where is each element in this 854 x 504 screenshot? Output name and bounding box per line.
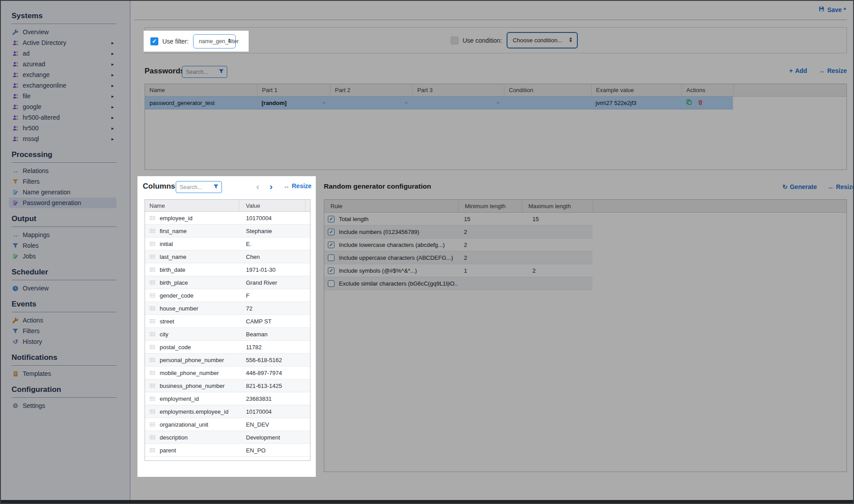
- drag-handle-icon[interactable]: [149, 216, 156, 220]
- sidebar-item-active-directory[interactable]: Active Directory▸: [9, 37, 117, 48]
- unchecked-checkbox[interactable]: [328, 280, 334, 287]
- chevron-right-icon[interactable]: ▸: [111, 83, 114, 88]
- table-row[interactable]: descriptionDevelopment: [145, 431, 310, 444]
- table-row[interactable]: employments.employee_id10170004: [145, 405, 310, 418]
- columns-resize-button[interactable]: ↔Resize: [283, 182, 311, 190]
- chevron-left-icon[interactable]: ‹: [256, 180, 259, 193]
- table-row[interactable]: postal_code11782: [145, 341, 310, 354]
- table-row[interactable]: personal_phone_number556-618-5162: [145, 354, 310, 367]
- use-condition-checkbox[interactable]: [451, 36, 459, 44]
- drag-handle-icon[interactable]: [149, 319, 156, 323]
- drag-handle-icon[interactable]: [149, 254, 156, 259]
- table-row[interactable]: employment_id23683831: [145, 392, 310, 405]
- filter-select[interactable]: name_gen_filter: [193, 34, 236, 48]
- drag-handle-icon[interactable]: [149, 267, 156, 272]
- table-row[interactable]: gender_codeF: [145, 289, 310, 302]
- delete-button[interactable]: [697, 99, 703, 107]
- sidebar-item-relations[interactable]: ↔Relations: [9, 165, 117, 176]
- random-resize-button[interactable]: ↔Resize: [827, 183, 854, 190]
- sidebar-item-google[interactable]: google▸: [9, 101, 117, 112]
- sidebar-item-mappings[interactable]: ↔Mappings: [9, 230, 117, 240]
- sidebar-item-settings[interactable]: ⚙Settings: [9, 400, 117, 411]
- table-row[interactable]: ✓Total length1515: [324, 213, 592, 226]
- sidebar-item-hr500[interactable]: hr500▸: [9, 123, 117, 133]
- table-row[interactable]: password_generator_test[random]jvm\27 52…: [145, 97, 733, 109]
- drag-handle-icon[interactable]: [149, 422, 156, 427]
- drag-handle-icon[interactable]: [149, 293, 156, 298]
- chevron-right-icon[interactable]: ▸: [111, 126, 114, 131]
- use-filter-checkbox[interactable]: ✓: [150, 37, 158, 45]
- table-row[interactable]: last_nameChen: [145, 250, 310, 263]
- chevron-down-icon[interactable]: [404, 101, 409, 105]
- drag-handle-icon[interactable]: [149, 345, 156, 349]
- table-row[interactable]: ✓Include numbers (0123456789)2: [324, 226, 592, 238]
- condition-select[interactable]: Choose condition...: [507, 32, 578, 48]
- table-row[interactable]: employee_id10170004: [145, 212, 310, 225]
- chevron-right-icon[interactable]: ▸: [111, 73, 114, 77]
- chevron-right-icon[interactable]: ▸: [111, 115, 114, 120]
- sidebar-item-file[interactable]: file▸: [9, 91, 117, 101]
- checked-checkbox[interactable]: ✓: [328, 242, 334, 248]
- table-row[interactable]: house_number72: [145, 302, 310, 315]
- drag-handle-icon[interactable]: [149, 435, 156, 439]
- sidebar-item-filters[interactable]: Filters: [9, 326, 117, 336]
- sidebar-item-history[interactable]: ↺History: [9, 336, 117, 347]
- drag-handle-icon[interactable]: [149, 229, 156, 233]
- table-row[interactable]: initialE.: [145, 238, 310, 250]
- checked-checkbox[interactable]: ✓: [328, 267, 334, 274]
- unchecked-checkbox[interactable]: [328, 254, 334, 261]
- table-row[interactable]: birth_date1971-01-30: [145, 263, 310, 276]
- table-row[interactable]: first_nameStephanie: [145, 225, 310, 238]
- drag-handle-icon[interactable]: [149, 371, 156, 375]
- drag-handle-icon[interactable]: [149, 409, 156, 414]
- table-row[interactable]: Exclude similar characters (bG6cC(gq9L1l…: [324, 277, 592, 290]
- sidebar-item-jobs[interactable]: Jobs: [9, 251, 117, 262]
- sidebar-item-templates[interactable]: Templates: [9, 368, 117, 379]
- chevron-down-icon[interactable]: [322, 101, 326, 105]
- table-row[interactable]: parentEN_PO: [145, 444, 310, 457]
- add-button[interactable]: +Add: [789, 67, 807, 74]
- generate-button[interactable]: ↻Generate: [782, 183, 817, 190]
- table-row[interactable]: streetCAMP ST: [145, 315, 310, 328]
- sidebar-item-actions[interactable]: Actions: [9, 315, 117, 326]
- sidebar-item-exchangeonline[interactable]: exchangeonline▸: [9, 80, 117, 91]
- drag-handle-icon[interactable]: [149, 396, 156, 401]
- sidebar-item-password-generation[interactable]: Password generation: [9, 198, 117, 208]
- drag-handle-icon[interactable]: [149, 306, 156, 310]
- sidebar-item-roles[interactable]: Roles: [9, 240, 117, 251]
- sidebar-item-exchange[interactable]: exchange▸: [9, 69, 117, 80]
- drag-handle-icon[interactable]: [149, 332, 156, 336]
- sidebar-item-name-generation[interactable]: Name generation: [9, 187, 117, 198]
- table-row[interactable]: organizational_unitEN_DEV: [145, 418, 310, 431]
- table-row[interactable]: mobile_phone_number446-897-7974: [145, 367, 310, 379]
- copy-button[interactable]: [686, 99, 692, 107]
- sidebar-item-mssql[interactable]: mssql▸: [9, 133, 117, 144]
- table-row[interactable]: business_phone_number821-613-1425: [145, 379, 310, 392]
- chevron-right-icon[interactable]: ›: [270, 180, 273, 193]
- chevron-right-icon[interactable]: ▸: [111, 40, 114, 45]
- chevron-right-icon[interactable]: ▸: [111, 105, 114, 109]
- resize-button[interactable]: ↔Resize: [819, 67, 847, 74]
- table-row[interactable]: ✓Include lowercase characters (abcdefg..…: [324, 238, 592, 251]
- chevron-right-icon[interactable]: ▸: [111, 62, 114, 67]
- save-button[interactable]: Save *: [818, 6, 846, 13]
- drag-handle-icon[interactable]: [149, 448, 156, 452]
- drag-handle-icon[interactable]: [149, 280, 156, 285]
- chevron-right-icon[interactable]: ▸: [111, 94, 114, 99]
- sidebar-item-hr500-altered[interactable]: hr500-altered▸: [9, 112, 117, 123]
- table-row[interactable]: cityBeaman: [145, 328, 310, 341]
- sidebar-item-ad[interactable]: ad▸: [9, 48, 117, 59]
- table-row[interactable]: Include uppercase characters (ABCDEFG...…: [324, 251, 592, 264]
- sidebar-item-overview[interactable]: Overview: [9, 283, 117, 294]
- chevron-right-icon[interactable]: ▸: [111, 137, 114, 141]
- sidebar-item-overview[interactable]: Overview: [9, 27, 117, 37]
- drag-handle-icon[interactable]: [149, 358, 156, 362]
- checked-checkbox[interactable]: ✓: [328, 229, 334, 235]
- sidebar-item-filters[interactable]: Filters: [9, 176, 117, 187]
- drag-handle-icon[interactable]: [149, 383, 156, 388]
- sidebar-item-azuread[interactable]: azuread▸: [9, 59, 117, 69]
- checked-checkbox[interactable]: ✓: [328, 216, 334, 222]
- drag-handle-icon[interactable]: [149, 242, 156, 246]
- chevron-down-icon[interactable]: [495, 101, 500, 105]
- chevron-right-icon[interactable]: ▸: [111, 51, 114, 56]
